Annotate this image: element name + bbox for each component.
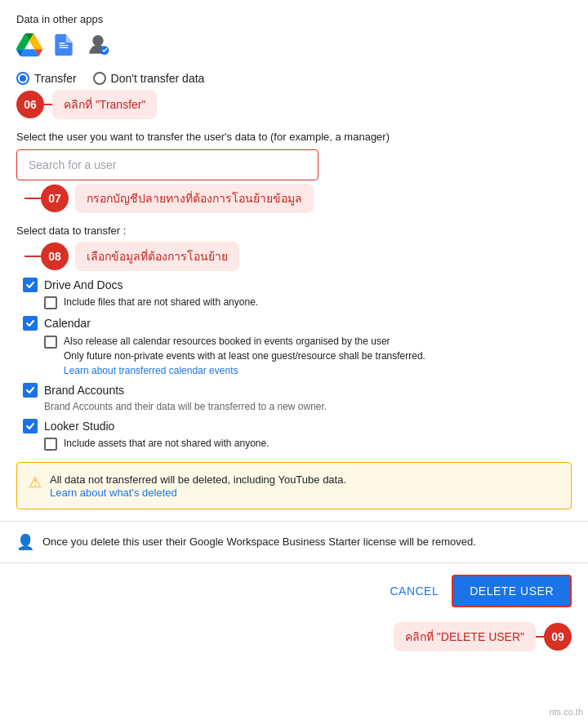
select-data-label: Select data to transfer : bbox=[16, 224, 572, 237]
app-icons-row bbox=[16, 32, 572, 60]
step-06-text: คลิกที่ "Transfer" bbox=[64, 96, 145, 113]
docs-icon bbox=[51, 32, 77, 60]
drive-sub-checkbox: Include files that are not shared with a… bbox=[44, 296, 572, 309]
transfer-options: Transfer Don't transfer data bbox=[16, 72, 204, 85]
brand-desc: Brand Accounts and their data will be tr… bbox=[44, 401, 572, 412]
footer-buttons: CANCEL DELETE USER bbox=[0, 562, 588, 619]
drive-checkbox-item: Drive And Docs Include files that are no… bbox=[23, 278, 572, 309]
transfer-radio[interactable]: Transfer bbox=[16, 72, 77, 85]
looker-checkbox-item: Looker Studio Include assets that are no… bbox=[23, 419, 572, 451]
license-notice: 👤 Once you delete this user their Google… bbox=[0, 521, 588, 562]
drive-include-checkbox[interactable] bbox=[44, 296, 57, 309]
warning-text: All data not transferred will be deleted… bbox=[50, 473, 346, 486]
looker-checkbox-label: Looker Studio bbox=[44, 420, 114, 433]
person-icon: 👤 bbox=[16, 533, 34, 551]
brand-checkbox-item: Brand Accounts Brand Accounts and their … bbox=[23, 383, 572, 412]
step-08-text: เลือกข้อมูลที่ต้องการโอนย้าย bbox=[87, 247, 228, 265]
no-transfer-radio[interactable]: Don't transfer data bbox=[93, 72, 205, 85]
no-transfer-label: Don't transfer data bbox=[111, 72, 205, 85]
license-text: Once you delete this user their Google W… bbox=[42, 536, 476, 548]
calendar-sub-checkbox: Also release all calendar resources book… bbox=[44, 334, 572, 376]
delete-user-button[interactable]: DELETE USER bbox=[452, 575, 572, 607]
step-08-callout: เลือกข้อมูลที่ต้องการโอนย้าย bbox=[75, 242, 239, 271]
drive-include-label: Include files that are not shared with a… bbox=[64, 296, 258, 309]
step-07-text: กรอกบัญชีปลายทางที่ต้องการโอนย้ายข้อมูล bbox=[87, 189, 302, 207]
cancel-button[interactable]: CANCEL bbox=[390, 584, 439, 598]
step-08-badge: 08 bbox=[41, 242, 69, 270]
brand-checkbox-label: Brand Accounts bbox=[44, 384, 124, 397]
step-06-callout: คลิกที่ "Transfer" bbox=[52, 90, 157, 119]
calendar-release-note: Only future non-private events with at l… bbox=[64, 350, 425, 362]
warning-icon: ⚠ bbox=[29, 473, 42, 491]
looker-sub-checkbox: Include assets that are not shared with … bbox=[44, 437, 572, 451]
calendar-learn-link[interactable]: Learn about transferred calendar events bbox=[64, 365, 238, 376]
step-09-callout: คลิกที่ "DELETE USER" bbox=[394, 622, 536, 651]
calendar-release-checkbox[interactable] bbox=[44, 336, 57, 349]
calendar-checkbox-item: Calendar Also release all calendar resou… bbox=[23, 316, 572, 376]
calendar-checkbox[interactable] bbox=[23, 316, 38, 331]
transfer-label: Transfer bbox=[34, 72, 77, 85]
warning-link[interactable]: Learn about what's deleted bbox=[50, 487, 177, 499]
step-09-badge: 09 bbox=[544, 623, 572, 651]
search-input[interactable] bbox=[16, 149, 318, 180]
step-07-badge: 07 bbox=[41, 184, 69, 212]
step-06-badge: 06 bbox=[16, 91, 44, 118]
step-07-callout: กรอกบัญชีปลายทางที่ต้องการโอนย้ายข้อมูล bbox=[75, 184, 314, 213]
calendar-checkbox-label: Calendar bbox=[44, 317, 91, 330]
drive-checkbox-label: Drive And Docs bbox=[44, 278, 122, 291]
no-transfer-radio-circle bbox=[93, 72, 106, 85]
select-user-description: Select the user you want to transfer the… bbox=[16, 131, 572, 143]
warning-box: ⚠ All data not transferred will be delet… bbox=[16, 462, 572, 509]
checkboxes-section: Drive And Docs Include files that are no… bbox=[23, 278, 572, 451]
admin-icon bbox=[85, 32, 111, 60]
drive-icon bbox=[16, 32, 42, 60]
watermark: nts.co.th bbox=[549, 707, 583, 717]
step-09-text: คลิกที่ "DELETE USER" bbox=[405, 628, 524, 646]
calendar-release-label: Also release all calendar resources book… bbox=[64, 336, 390, 347]
svg-point-0 bbox=[92, 35, 103, 46]
looker-include-checkbox[interactable] bbox=[44, 438, 57, 451]
section-title: Data in other apps bbox=[16, 13, 572, 25]
looker-include-label: Include assets that are not shared with … bbox=[64, 437, 270, 451]
transfer-radio-circle bbox=[16, 72, 29, 85]
looker-checkbox[interactable] bbox=[23, 419, 38, 433]
drive-checkbox[interactable] bbox=[23, 278, 38, 292]
brand-checkbox[interactable] bbox=[23, 383, 38, 398]
